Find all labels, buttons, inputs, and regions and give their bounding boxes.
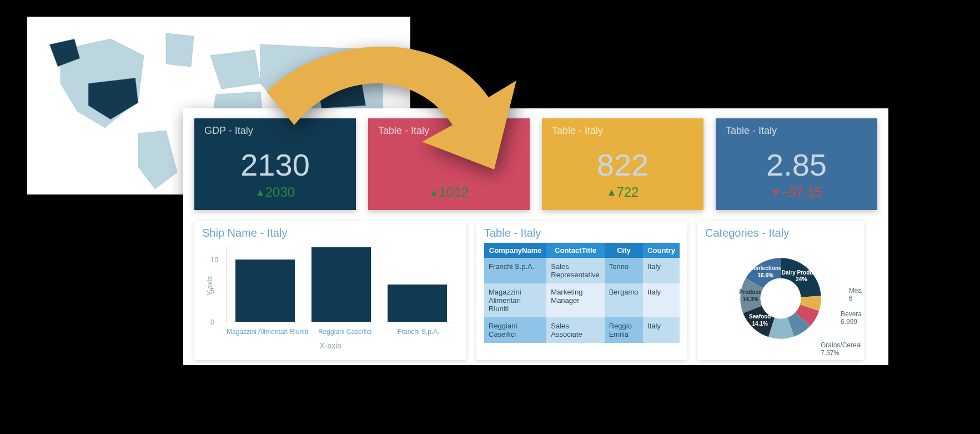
svg-text:14.3%: 14.3% <box>742 296 758 302</box>
kpi-row: GDP - Italy 2130 ▲2030 Table - Italy ▲10… <box>194 118 877 210</box>
svg-text:24%: 24% <box>796 276 807 282</box>
table-row[interactable]: Franchi S.p.A. Sales Representative Tori… <box>484 258 680 283</box>
kpi-table-italy-2[interactable]: Table - Italy ▲1012 <box>368 118 530 210</box>
bar-category-label: Franchi S.p.A. <box>381 328 455 336</box>
table-cell: Bergamo <box>605 283 643 317</box>
table-cell: Italy <box>643 283 680 317</box>
table-cell: Torino <box>605 258 643 283</box>
svg-text:Produce: Produce <box>740 289 762 295</box>
svg-point-9 <box>761 278 801 319</box>
slice-outer-label: Mea6 <box>849 287 862 302</box>
bar-wrap <box>379 285 455 322</box>
bar-wrap <box>303 247 379 322</box>
card-title: Table - Italy <box>484 227 680 240</box>
bar-wrap <box>227 260 303 322</box>
bar-category-label: Magazzini Alimentari Riuniti <box>227 328 308 336</box>
table-cell: Reggio Emilia <box>605 317 643 343</box>
y-tick: 10 <box>210 256 218 264</box>
table-header[interactable]: ContactTitle <box>546 243 604 258</box>
card-title: Categories - Italy <box>705 227 856 240</box>
donut-chart-card[interactable]: Categories - Italy Confections16.6%Dairy… <box>697 221 864 360</box>
svg-text:14.1%: 14.1% <box>752 321 768 327</box>
kpi-gdp-italy[interactable]: GDP - Italy 2130 ▲2030 <box>194 118 356 210</box>
bottom-row: Ship Name - Italy Y-axis 0 5 10 <box>194 221 877 360</box>
svg-text:Confections: Confections <box>750 265 782 271</box>
table-header-row: CompanyName ContactTitle City Country <box>484 243 680 258</box>
table-cell: Italy <box>643 317 680 343</box>
up-arrow-icon: ▲ <box>607 187 617 198</box>
svg-text:Dairy Products: Dairy Products <box>782 270 822 276</box>
table-cell: Sales Representative <box>546 258 604 283</box>
bar-chart: Y-axis 0 5 10 Magazzini Alim <box>202 243 459 340</box>
data-table-card[interactable]: Table - Italy CompanyName ContactTitle C… <box>476 221 687 360</box>
bar <box>235 260 295 322</box>
slice-outer-label: Bevera6.999 <box>841 310 862 326</box>
up-arrow-icon: ▲ <box>429 187 439 198</box>
kpi-value: 822 <box>542 133 703 196</box>
kpi-table-italy-3[interactable]: Table - Italy 822 ▲722 <box>542 118 703 210</box>
x-axis-label: X-axis <box>202 341 459 350</box>
table-header[interactable]: City <box>605 243 643 258</box>
kpi-value: 2130 <box>194 133 356 196</box>
table-cell: Italy <box>643 258 680 283</box>
table-row[interactable]: Reggiani Caseifici Sales Associate Reggi… <box>484 317 680 343</box>
dashboard-panel: GDP - Italy 2130 ▲2030 Table - Italy ▲10… <box>183 108 888 365</box>
table-cell: Reggiani Caseifici <box>484 317 546 343</box>
table-cell: Marketing Manager <box>546 283 604 317</box>
slice-outer-label: Grains/Cereal7.57% <box>821 341 862 357</box>
table-header[interactable]: Country <box>643 243 680 258</box>
data-table: CompanyName ContactTitle City Country Fr… <box>484 243 680 343</box>
table-cell: Franchi S.p.A. <box>484 258 546 283</box>
card-title: Ship Name - Italy <box>202 227 459 240</box>
bar <box>388 285 447 322</box>
table-cell: Magazzini Alimentari Riuniti <box>484 283 546 317</box>
kpi-table-italy-4[interactable]: Table - Italy 2.85 ▼−97.15 <box>716 118 877 210</box>
up-arrow-icon: ▲ <box>255 187 265 198</box>
y-tick: 0 <box>210 318 214 326</box>
down-arrow-icon: ▼ <box>771 187 781 198</box>
kpi-value: 2.85 <box>716 133 877 196</box>
bar-chart-plot: 0 5 10 <box>227 247 455 322</box>
svg-text:Seafood: Seafood <box>749 313 771 320</box>
table-header[interactable]: CompanyName <box>484 243 546 258</box>
y-tick: 5 <box>210 287 214 295</box>
bar <box>311 247 371 322</box>
bar-category-label: Reggiani Caseifici <box>308 328 382 336</box>
bar-chart-card[interactable]: Ship Name - Italy Y-axis 0 5 10 <box>194 221 466 360</box>
svg-text:16.6%: 16.6% <box>758 272 773 278</box>
table-row[interactable]: Magazzini Alimentari Riuniti Marketing M… <box>484 283 680 317</box>
donut-chart: Confections16.6%Dairy Products24%Seafood… <box>705 243 856 354</box>
table-cell: Sales Associate <box>546 317 604 343</box>
kpi-value <box>368 133 530 196</box>
